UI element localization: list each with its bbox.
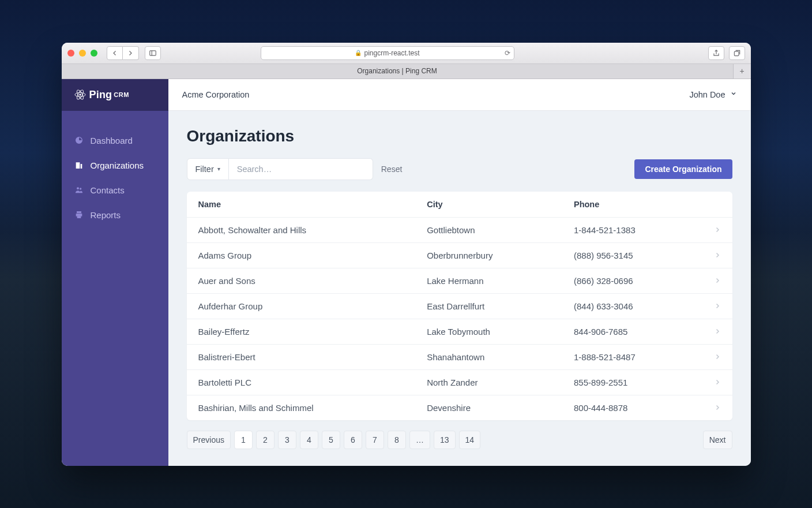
- lock-icon: 🔒: [355, 50, 362, 56]
- cell-name: Bartoletti PLC: [187, 369, 416, 395]
- topbar: Acme Corporation John Doe: [168, 79, 751, 111]
- cell-phone: 1-888-521-8487: [562, 344, 702, 369]
- sidebar-item-reports[interactable]: Reports: [62, 203, 168, 227]
- cell-phone: 855-899-2551: [562, 369, 702, 395]
- react-logo-icon: [74, 89, 86, 100]
- reload-icon[interactable]: ⟳: [505, 49, 510, 57]
- sidebar-item-label: Dashboard: [91, 136, 133, 145]
- zoom-window-button[interactable]: [91, 50, 97, 57]
- content: Acme Corporation John Doe Organizations …: [168, 79, 751, 466]
- col-phone: Phone: [562, 192, 702, 218]
- browser-tabbar: Organizations | Ping CRM +: [62, 64, 751, 79]
- pagination-previous[interactable]: Previous: [187, 431, 231, 449]
- pagination-page[interactable]: 2: [256, 431, 275, 449]
- table-header-row: Name City Phone: [187, 192, 732, 218]
- sidebar-nav: Dashboard Organizations Contacts Reports: [62, 111, 168, 227]
- table-row[interactable]: Auer and SonsLake Hermann(866) 328-0696: [187, 268, 732, 293]
- sidebar-item-dashboard[interactable]: Dashboard: [62, 128, 168, 153]
- filter-button[interactable]: Filter ▾: [187, 158, 229, 180]
- cell-city: Gottliebtown: [415, 217, 562, 242]
- cell-name: Abbott, Schowalter and Hills: [187, 217, 416, 242]
- cell-city: North Zander: [415, 369, 562, 395]
- cell-phone: (844) 633-3046: [562, 293, 702, 319]
- pagination-page[interactable]: 4: [300, 431, 318, 449]
- sidebar-item-organizations[interactable]: Organizations: [62, 153, 168, 178]
- toolbar: Filter ▾ Reset Create Organization: [187, 158, 732, 180]
- sidebar-toggle-button[interactable]: [145, 46, 161, 60]
- pagination-page[interactable]: 13: [434, 431, 456, 449]
- row-arrow: [702, 268, 732, 293]
- pagination-page[interactable]: 5: [322, 431, 340, 449]
- cell-phone: (888) 956-3145: [562, 242, 702, 268]
- table-row[interactable]: Adams GroupOberbrunnerbury(888) 956-3145: [187, 242, 732, 268]
- table-row[interactable]: Balistreri-EbertShanahantown1-888-521-84…: [187, 344, 732, 369]
- tabs-button[interactable]: [729, 46, 745, 60]
- caret-down-icon: ▾: [217, 166, 220, 172]
- new-tab-button[interactable]: +: [734, 64, 751, 79]
- svg-rect-2: [734, 51, 739, 56]
- cell-city: Lake Tobymouth: [415, 319, 562, 344]
- brand: Ping CRM: [62, 79, 168, 111]
- sidebar-item-contacts[interactable]: Contacts: [62, 178, 168, 203]
- reset-button[interactable]: Reset: [381, 165, 403, 174]
- pagination-page[interactable]: 14: [459, 431, 481, 449]
- back-button[interactable]: [107, 46, 123, 60]
- col-name: Name: [187, 192, 416, 218]
- cell-phone: 844-906-7685: [562, 319, 702, 344]
- org-name: Acme Corporation: [182, 90, 250, 99]
- cell-phone: (866) 328-0696: [562, 268, 702, 293]
- brand-name: Ping: [89, 89, 112, 101]
- browser-window: 🔒 pingcrm-react.test ⟳ Organizations | P…: [62, 43, 751, 466]
- cell-name: Bashirian, Mills and Schimmel: [187, 395, 416, 420]
- pagination-page[interactable]: 6: [344, 431, 362, 449]
- close-window-button[interactable]: [67, 50, 74, 57]
- minimize-window-button[interactable]: [79, 50, 86, 57]
- cell-name: Adams Group: [187, 242, 416, 268]
- pagination: Previous12345678…1314Next: [187, 431, 732, 449]
- address-text: pingcrm-react.test: [364, 49, 419, 57]
- chevron-left-icon: [111, 50, 118, 57]
- nav-buttons: [107, 46, 139, 60]
- tabs-icon: [733, 49, 741, 57]
- table-row[interactable]: Aufderhar GroupEast Darrellfurt(844) 633…: [187, 293, 732, 319]
- table-row[interactable]: Bartoletti PLCNorth Zander855-899-2551: [187, 369, 732, 395]
- cell-city: Lake Hermann: [415, 268, 562, 293]
- row-arrow: [702, 395, 732, 420]
- table-row[interactable]: Abbott, Schowalter and HillsGottliebtown…: [187, 217, 732, 242]
- pagination-page[interactable]: 8: [388, 431, 406, 449]
- forward-button[interactable]: [123, 46, 139, 60]
- page-body: Organizations Filter ▾ Reset Create Orga…: [168, 111, 751, 466]
- cell-city: East Darrellfurt: [415, 293, 562, 319]
- app: Ping CRM Dashboard Organizations Contact…: [62, 79, 751, 466]
- row-arrow: [702, 293, 732, 319]
- row-arrow: [702, 344, 732, 369]
- user-menu[interactable]: John Doe: [689, 90, 736, 99]
- people-icon: [74, 185, 84, 195]
- row-arrow: [702, 242, 732, 268]
- address-bar[interactable]: 🔒 pingcrm-react.test ⟳: [261, 46, 514, 60]
- cell-phone: 800-444-8878: [562, 395, 702, 420]
- row-arrow: [702, 217, 732, 242]
- cell-city: Oberbrunnerbury: [415, 242, 562, 268]
- create-organization-button[interactable]: Create Organization: [634, 159, 732, 179]
- user-name: John Doe: [689, 90, 725, 99]
- svg-point-6: [79, 94, 81, 95]
- chevron-right-icon: [127, 50, 134, 57]
- table-row[interactable]: Bailey-EffertzLake Tobymouth844-906-7685: [187, 319, 732, 344]
- browser-tab[interactable]: Organizations | Ping CRM: [62, 64, 734, 79]
- filter-label: Filter: [196, 165, 214, 174]
- sidebar-item-label: Contacts: [91, 185, 125, 195]
- chevron-down-icon: [730, 90, 737, 99]
- page-title: Organizations: [187, 127, 732, 145]
- cell-city: Shanahantown: [415, 344, 562, 369]
- pagination-next[interactable]: Next: [703, 431, 732, 449]
- building-icon: [74, 160, 84, 170]
- svg-rect-0: [149, 50, 156, 55]
- pagination-page[interactable]: 1: [234, 431, 253, 449]
- share-button[interactable]: [708, 46, 724, 60]
- pagination-page[interactable]: 3: [278, 431, 296, 449]
- brand-suffix: CRM: [114, 91, 129, 98]
- table-row[interactable]: Bashirian, Mills and SchimmelDevenshire8…: [187, 395, 732, 420]
- search-input[interactable]: [229, 158, 373, 180]
- pagination-page[interactable]: 7: [366, 431, 384, 449]
